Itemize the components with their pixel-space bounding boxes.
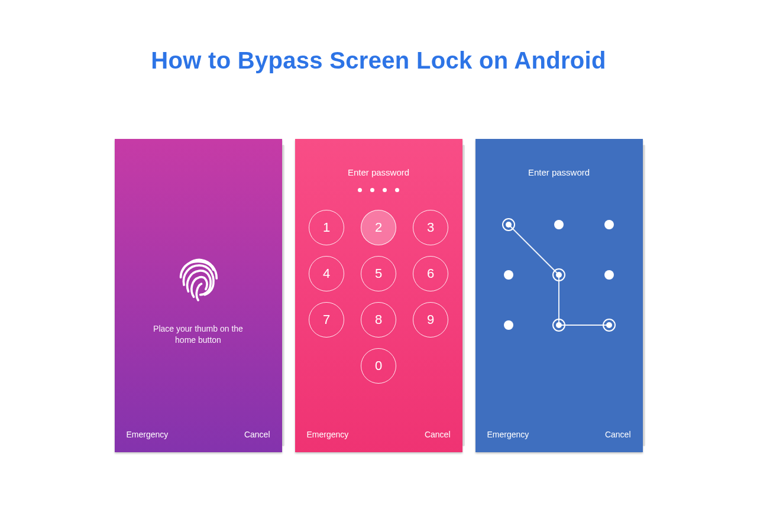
pin-dots <box>295 188 462 192</box>
phone-pattern: Enter password Emergency Cancel <box>475 139 643 452</box>
keypad-key-1[interactable]: 1 <box>309 210 344 245</box>
pattern-grid[interactable] <box>497 213 621 337</box>
phone-pin: Enter password 1234567890 Emergency Canc… <box>295 139 462 452</box>
keypad-key-6[interactable]: 6 <box>413 256 448 291</box>
cancel-link[interactable]: Cancel <box>425 430 451 439</box>
fingerprint-hint-line1: Place your thumb on the <box>153 323 243 335</box>
page-title: How to Bypass Screen Lock on Android <box>0 47 757 74</box>
keypad-key-4[interactable]: 4 <box>309 256 344 291</box>
enter-password-label: Enter password <box>475 167 643 177</box>
pin-dot <box>395 188 399 192</box>
pin-dot <box>358 188 362 192</box>
enter-password-label: Enter password <box>295 167 462 177</box>
pin-header: Enter password <box>295 167 462 192</box>
phone-footer: Emergency Cancel <box>295 430 462 439</box>
phone-side-edge <box>643 145 645 446</box>
pattern-header: Enter password <box>475 167 643 177</box>
keypad-key-5[interactable]: 5 <box>361 256 396 291</box>
pattern-node-3[interactable] <box>604 220 614 229</box>
pattern-node-1[interactable] <box>502 218 515 231</box>
pattern-node-5[interactable] <box>552 268 565 281</box>
emergency-link[interactable]: Emergency <box>127 430 169 439</box>
keypad-key-0[interactable]: 0 <box>361 348 396 384</box>
fingerprint-center: Place your thumb on the home button <box>115 251 282 346</box>
keypad-key-9[interactable]: 9 <box>413 302 448 338</box>
cancel-link[interactable]: Cancel <box>244 430 270 439</box>
keypad-key-3[interactable]: 3 <box>413 210 448 245</box>
pin-dot <box>383 188 387 192</box>
phone-side-edge <box>462 145 465 446</box>
pin-keypad: 1234567890 <box>309 210 448 384</box>
pattern-node-6[interactable] <box>604 270 614 280</box>
phones-row: Place your thumb on the home button Emer… <box>0 139 757 452</box>
pattern-node-8[interactable] <box>552 319 565 332</box>
keypad-key-7[interactable]: 7 <box>309 302 344 338</box>
pattern-node-2[interactable] <box>554 220 564 229</box>
emergency-link[interactable]: Emergency <box>487 430 529 439</box>
phone-fingerprint: Place your thumb on the home button Emer… <box>115 139 282 452</box>
keypad-key-2[interactable]: 2 <box>361 210 396 245</box>
emergency-link[interactable]: Emergency <box>307 430 349 439</box>
phone-side-edge <box>282 145 284 446</box>
fingerprint-hint: Place your thumb on the home button <box>153 323 243 346</box>
phone-footer: Emergency Cancel <box>115 430 282 439</box>
pattern-node-7[interactable] <box>504 320 513 330</box>
fingerprint-hint-line2: home button <box>153 335 243 346</box>
cancel-link[interactable]: Cancel <box>605 430 631 439</box>
keypad-key-8[interactable]: 8 <box>361 302 396 338</box>
pattern-node-4[interactable] <box>504 270 513 280</box>
fingerprint-icon <box>171 251 225 306</box>
phone-footer: Emergency Cancel <box>475 430 643 439</box>
pin-dot <box>370 188 374 192</box>
pattern-node-9[interactable] <box>603 319 616 332</box>
